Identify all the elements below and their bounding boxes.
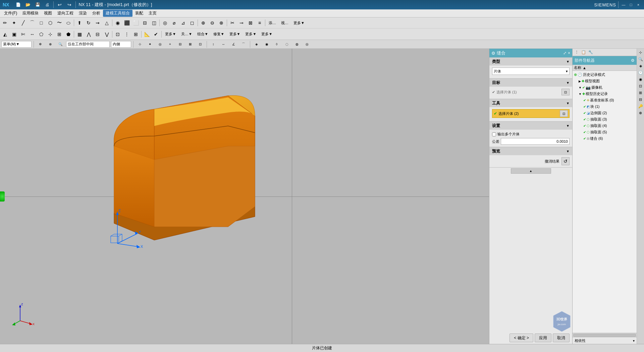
tree-item-history[interactable]: ⊕ 🕐 历史记录模式 (573, 72, 636, 78)
tree-item-sew[interactable]: ✔ ⊞ 缝合 (6) (573, 135, 636, 142)
tb2-more1[interactable]: 更多▼ (163, 31, 178, 38)
tb-ellipse[interactable]: ⬭ (64, 18, 73, 27)
tb2-repair-more[interactable]: 修复▼ (211, 31, 227, 38)
tb2-ruled[interactable]: ⋁ (102, 30, 111, 39)
right-icon-7[interactable]: ⊞ (638, 90, 644, 96)
target-select-label[interactable]: 选择片体 (1) (496, 90, 560, 95)
menu-assembly[interactable]: 装配 (132, 10, 146, 17)
cmd-angle[interactable]: ∠ (229, 40, 238, 49)
tb2-surface[interactable]: ◭ (1, 30, 9, 39)
tb2-more3[interactable]: 更多▼ (243, 31, 259, 38)
tool-row[interactable]: ✔ 选择片体 (2) ⊡ (492, 109, 570, 118)
right-icon-8[interactable]: ⊟ (638, 96, 644, 102)
tb2-close[interactable]: 关…▼ (179, 31, 195, 38)
type-section-header[interactable]: 类型 ▼ (489, 57, 572, 65)
output-checkbox[interactable] (492, 132, 496, 136)
tb2-trim2[interactable]: ✄ (19, 30, 28, 39)
nav-btn2[interactable]: 📋 (580, 49, 587, 55)
cmd-snap2[interactable]: ✦ (146, 40, 154, 49)
menu-dropdown[interactable]: 菜单(M)▼ (1, 41, 32, 48)
tb2-more4[interactable]: 更多▼ (259, 31, 275, 38)
print-btn[interactable]: 🖨 (43, 0, 52, 9)
tb-thick[interactable]: ≡ (255, 18, 264, 27)
tb-bool-inter[interactable]: ⊗ (217, 18, 226, 27)
tree-item-camera[interactable]: ▼ ✔ 📷 摄像机 (573, 84, 636, 91)
tree-item-block[interactable]: ✔ ◩ 块 (1) (573, 103, 636, 110)
tb-add-more[interactable]: 添… (266, 19, 278, 27)
tb-revolve[interactable]: ↻ (84, 18, 93, 27)
save-btn[interactable]: 💾 (33, 0, 42, 9)
tb-arc[interactable]: ⌒ (28, 18, 37, 27)
right-icon-1[interactable]: ⊹ (638, 49, 644, 55)
tb-loft[interactable]: △ (102, 18, 111, 27)
tb-groove[interactable]: ⊟ (141, 18, 149, 27)
cmd-render6[interactable]: ◎ (303, 40, 311, 49)
dialog-resize-icon[interactable]: ⤢ (563, 51, 567, 55)
tb-spline[interactable]: 〜 (55, 18, 64, 27)
tree-item-modelhistory[interactable]: ▼ ✚ 模型历史记录 (573, 91, 636, 97)
tb2-patch[interactable]: ⬟ (64, 30, 73, 39)
cmd-measure2[interactable]: ↔ (219, 40, 228, 49)
cmd-render2[interactable]: ◉ (262, 40, 271, 49)
workpart-dropdown[interactable]: 仅在工作部中间 (66, 41, 110, 48)
redo-btn[interactable]: ↪ (65, 0, 74, 9)
tb-offset[interactable]: ⊠ (246, 18, 255, 27)
cmd-filter2[interactable]: ⊠ (186, 40, 195, 49)
tb-trim[interactable]: ✂ (228, 18, 237, 27)
cmd-snap4[interactable]: + (166, 40, 174, 49)
preview-section-header[interactable]: 预览 ▼ (489, 147, 572, 155)
cmd-render4[interactable]: ◌ (282, 40, 291, 49)
type-select[interactable]: 片体 ▾ (492, 68, 570, 75)
tolerance-input[interactable] (501, 138, 570, 145)
tree-item-extract2[interactable]: ✔ ⬡ 抽取面 (4) (573, 123, 636, 129)
tb2-combine-more[interactable]: 组合▼ (195, 31, 211, 38)
select-dropdown[interactable]: 内侧 (111, 41, 131, 48)
menu-home[interactable]: 主页 (146, 10, 159, 17)
tb-bool-sub[interactable]: ⊖ (208, 18, 217, 27)
tb-poly[interactable]: ⬡ (46, 18, 55, 27)
tb2-sew[interactable]: ⊹ (46, 30, 55, 39)
menu-reverse[interactable]: 逆向工程 (55, 10, 76, 17)
tb-draft[interactable]: ⊿ (179, 18, 187, 27)
tree-item-edge[interactable]: ✔ ◪ 边倒圆 (2) (573, 110, 636, 116)
cmd-snap1[interactable]: ⊹ (136, 40, 144, 49)
undo-btn[interactable]: ↩ (55, 0, 64, 9)
right-icon-9[interactable]: 🔑 (638, 103, 644, 109)
tree-item-extract1[interactable]: ✔ ⬡ 抽取面 (3) (573, 116, 636, 123)
cmd-curvature[interactable]: ⌒ (239, 40, 248, 49)
tb-more1[interactable]: 更多▼ (291, 19, 307, 27)
menu-view[interactable]: 视图 (41, 10, 55, 17)
tb-fillet[interactable]: ⌀ (170, 18, 178, 27)
confirm-btn[interactable]: < 确定 > (509, 334, 533, 342)
cancel-btn[interactable]: 取消 (553, 334, 570, 342)
tb-line[interactable]: ╱ (19, 18, 28, 27)
right-icon-5[interactable]: ◉ (638, 76, 644, 82)
close-btn[interactable]: × (635, 2, 641, 8)
tree-item-extract3[interactable]: ✔ ⬡ 抽取面 (5) (573, 129, 636, 135)
tree-expand[interactable]: ▶ (579, 80, 581, 83)
tree-item-datum[interactable]: ✔ ✛ 基准坐标系 (0) (573, 97, 636, 103)
cmd-btn2[interactable]: ⊕ (46, 40, 55, 49)
cmd-snap3[interactable]: ◎ (156, 40, 164, 49)
tb-point[interactable]: ✦ (10, 18, 18, 27)
nav-settings-icon[interactable]: ⚙ (631, 58, 635, 63)
tb2-extend[interactable]: ↔ (28, 30, 37, 39)
nav-relevance-bar[interactable]: 相依性 ▾ (573, 337, 637, 344)
menu-analyze[interactable]: 分析 (90, 10, 103, 17)
tb2-copy[interactable]: ⊡ (113, 30, 122, 39)
cmd-measure1[interactable]: ↕ (209, 40, 218, 49)
maximize-btn[interactable]: □ (628, 2, 634, 8)
target-section-header[interactable]: 目标 ▼ (489, 79, 572, 87)
right-icon-3[interactable]: ◈ (638, 63, 644, 69)
open-btn[interactable]: 📂 (23, 0, 32, 9)
tool-section-header[interactable]: 工具 ▼ (489, 99, 572, 107)
menu-render[interactable]: 渲染 (76, 10, 90, 17)
menu-modules[interactable]: 应用模块 (20, 10, 41, 17)
cmd-btn3[interactable]: 🔍 (56, 40, 65, 49)
cmd-btn1[interactable]: ✲ (36, 40, 45, 49)
tb-split[interactable]: ⊸ (237, 18, 246, 27)
tb-chamfer[interactable]: ◫ (150, 18, 158, 27)
dialog-collapse-btn[interactable]: ▲ (511, 168, 551, 174)
apply-btn[interactable]: 应用 (535, 334, 551, 342)
right-icon-6[interactable]: ⊡ (638, 83, 644, 89)
